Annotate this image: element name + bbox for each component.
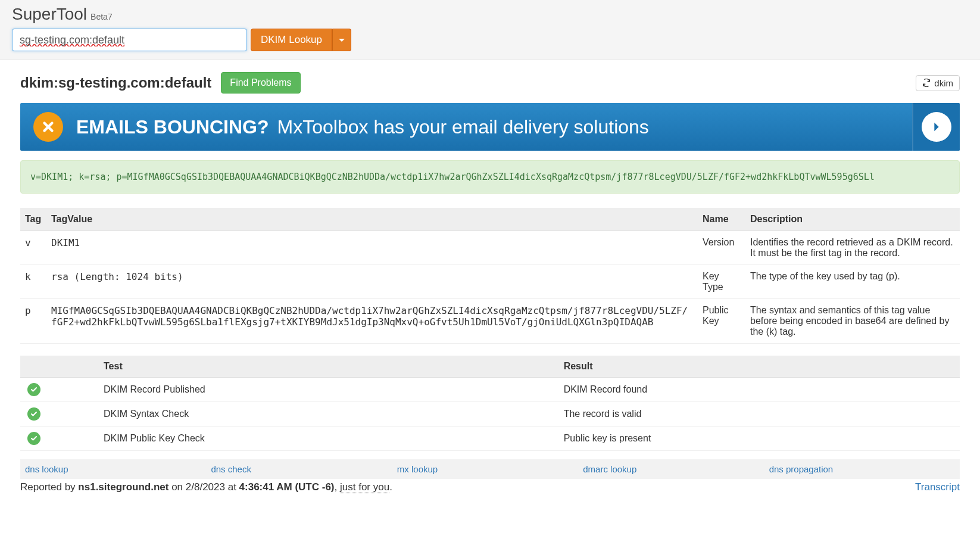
refresh-icon — [922, 79, 931, 87]
tag-table: Tag TagValue Name Description v DKIM1 Ve… — [20, 208, 960, 344]
cell-name: Version — [698, 231, 745, 265]
check-icon — [27, 383, 40, 396]
cell-desc: Identifies the record retrieved as a DKI… — [745, 231, 960, 265]
footer-server: ns1.siteground.net — [78, 481, 168, 493]
th-result: Result — [557, 356, 960, 378]
cell-result: Public key is present — [557, 427, 960, 451]
th-test: Test — [96, 356, 557, 378]
footer-report: Reported by ns1.siteground.net on 2/8/20… — [20, 481, 392, 493]
cell-tagvalue: DKIM1 — [46, 231, 698, 265]
cell-tag: p — [20, 299, 46, 344]
chevron-down-icon — [339, 39, 345, 42]
cell-desc: The syntax and semantics of this tag val… — [745, 299, 960, 344]
cell-tag: v — [20, 231, 46, 265]
cell-test: DKIM Syntax Check — [96, 402, 557, 427]
transcript-link[interactable]: Transcript — [915, 481, 960, 493]
table-row: DKIM Record Published DKIM Record found — [20, 378, 960, 402]
lookup-button[interactable]: DKIM Lookup — [251, 29, 332, 51]
tests-table: Test Result DKIM Record Published DKIM R… — [20, 356, 960, 451]
cell-tagvalue: MIGfMA0GCSqGSIb3DQEBAQUAA4GNADCBiQKBgQCz… — [46, 299, 698, 344]
promo-banner[interactable]: EMAILS BOUNCING? MxToolbox has your emai… — [20, 103, 960, 151]
refresh-label: dkim — [934, 78, 953, 88]
table-row: DKIM Syntax Check The record is valid — [20, 402, 960, 427]
cell-desc: The type of the key used by tag (p). — [745, 265, 960, 299]
table-row: p MIGfMA0GCSqGSIb3DQEBAQUAA4GNADCBiQKBgQ… — [20, 299, 960, 344]
th-tag: Tag — [20, 208, 46, 231]
footer-time: 4:36:41 AM (UTC -6) — [239, 481, 335, 493]
link-dns-lookup[interactable]: dns lookup — [25, 464, 211, 474]
link-mx-lookup[interactable]: mx lookup — [397, 464, 583, 474]
cell-test: DKIM Record Published — [96, 378, 557, 402]
close-banner-icon[interactable] — [33, 112, 63, 142]
cell-test: DKIM Public Key Check — [96, 427, 557, 451]
banner-next-icon[interactable] — [922, 112, 951, 142]
domain-input[interactable] — [12, 29, 247, 51]
check-icon — [27, 407, 40, 421]
table-row: DKIM Public Key Check Public key is pres… — [20, 427, 960, 451]
result-title: dkim:sg-testing.com:default — [20, 74, 211, 91]
th-status — [20, 356, 96, 378]
just-for-you-link[interactable]: just for you — [340, 481, 389, 493]
related-links: dns lookup dns check mx lookup dmarc loo… — [20, 459, 960, 479]
dkim-record-box: v=DKIM1; k=rsa; p=MIGfMA0GCSqGSIb3DQEBAQ… — [20, 160, 960, 194]
cell-tag: k — [20, 265, 46, 299]
lookup-dropdown-button[interactable] — [332, 29, 351, 51]
cell-tagvalue: rsa (Length: 1024 bits) — [46, 265, 698, 299]
cell-result: The record is valid — [557, 402, 960, 427]
th-tagvalue: TagValue — [46, 208, 698, 231]
app-title: SuperTool — [12, 5, 87, 24]
beta-badge: Beta7 — [90, 12, 113, 21]
cell-result: DKIM Record found — [557, 378, 960, 402]
cell-name: Public Key — [698, 299, 745, 344]
cell-name: Key Type — [698, 265, 745, 299]
table-row: v DKIM1 Version Identifies the record re… — [20, 231, 960, 265]
find-problems-button[interactable]: Find Problems — [221, 72, 300, 94]
table-row: k rsa (Length: 1024 bits) Key Type The t… — [20, 265, 960, 299]
link-dns-check[interactable]: dns check — [211, 464, 397, 474]
header-bar: SuperTool Beta7 DKIM Lookup — [0, 0, 980, 60]
th-description: Description — [745, 208, 960, 231]
link-dmarc-lookup[interactable]: dmarc lookup — [583, 464, 769, 474]
check-icon — [27, 432, 40, 445]
refresh-dkim-button[interactable]: dkim — [916, 75, 960, 91]
th-name: Name — [698, 208, 745, 231]
link-dns-propagation[interactable]: dns propagation — [769, 464, 955, 474]
banner-sub: MxToolbox has your email delivery soluti… — [277, 116, 649, 138]
banner-heading: EMAILS BOUNCING? — [76, 116, 269, 138]
